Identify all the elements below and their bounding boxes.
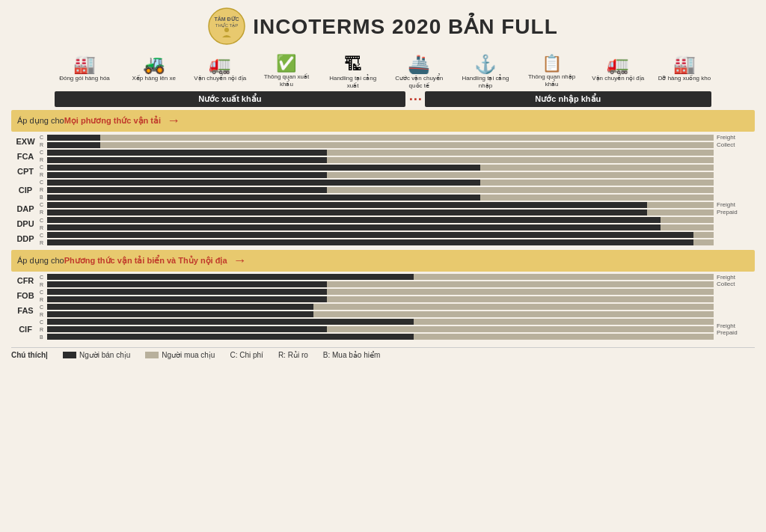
incoterm-cif: CIF C R B — [11, 319, 755, 340]
svg-point-3 — [224, 28, 229, 32]
icon-customs-export: ✅ Thông quan xuất khẩu — [260, 54, 313, 89]
incoterm-exw: EXW C R FreightCollect — [11, 134, 755, 148]
svg-text:TÂM ĐỨC: TÂM ĐỨC — [215, 16, 239, 22]
incoterm-fas: FAS C R — [11, 304, 755, 318]
section1-header: Áp dụng cho Mọi phương thức vận tải → — [11, 110, 755, 132]
icon-customs-import: 📋 Thông quan nhập khẩu — [525, 54, 579, 89]
logo: TÂM ĐỨC THỰC TẬP — [208, 7, 245, 45]
legend-seller: Người bán chịu — [63, 351, 130, 359]
incoterm-ddp: DDP C R — [11, 232, 755, 246]
legend-note: Chú thích| — [11, 351, 48, 359]
incoterm-fca: FCA C R — [11, 149, 755, 163]
legend: Chú thích| Người bán chịu Người mua chịu… — [11, 347, 755, 359]
icon-handling-export: 🏗 Handling tại cảng xuất — [326, 54, 380, 89]
incoterm-cip: CIP C R B — [11, 179, 755, 201]
icon-handling-import: ⚓ Handling tại cảng nhập — [459, 54, 512, 89]
legend-buyer: Người mua chịu — [145, 351, 215, 359]
legend-r: R: Rủi ro — [278, 351, 308, 359]
incoterm-cfr: CFR C R FreightCollect — [11, 274, 755, 288]
legend-c: C: Chi phí — [230, 351, 263, 359]
icon-freight: 🚢 Cước vận chuyển quốc tế — [392, 54, 446, 89]
country-import-bar: Nước nhập khẩu — [425, 91, 711, 107]
svg-text:THỰC TẬP: THỰC TẬP — [215, 22, 239, 28]
header: TÂM ĐỨC THỰC TẬP INCOTERMS 2020 BẢN FULL — [11, 7, 755, 45]
country-export-bar: Nước xuất khẩu — [55, 91, 405, 107]
incoterm-fob: FOB C R — [11, 289, 755, 303]
page: TÂM ĐỨC THỰC TẬP INCOTERMS 2020 BẢN FULL… — [0, 0, 766, 367]
icon-loading: 🚜 Xếp hàng lên xe — [127, 54, 181, 89]
icon-unloading: 🏭 Dỡ hàng xuống kho — [658, 54, 711, 89]
icon-transport-domestic-export: 🚛 Vận chuyển nội địa — [193, 54, 247, 89]
incoterm-cpt: CPT C R — [11, 164, 755, 178]
incoterm-dap: DAP C R FreightPrepaid — [11, 201, 755, 215]
section2-header: Áp dụng cho Phương thức vận tải biển và … — [11, 250, 755, 272]
incoterm-dpu: DPU C R — [11, 217, 755, 231]
legend-b: B: Mua bảo hiểm — [323, 351, 380, 359]
icon-packing: 🏭 Đóng gói hàng hóa — [55, 54, 114, 89]
page-title: INCOTERMS 2020 BẢN FULL — [253, 14, 558, 39]
icon-transport-domestic-import: 🚛 Vận chuyển nội địa — [591, 54, 645, 89]
